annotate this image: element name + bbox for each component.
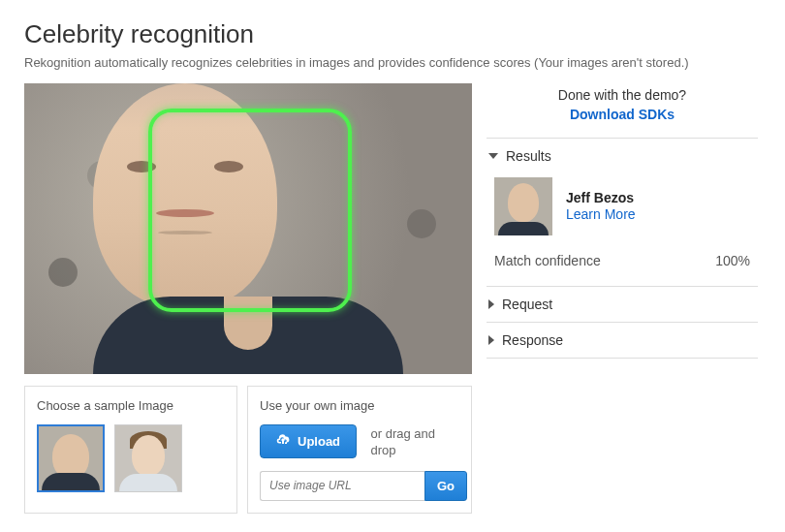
chevron-down-icon xyxy=(488,153,498,159)
main-image xyxy=(24,83,472,374)
celebrity-name: Jeff Bezos xyxy=(566,190,636,205)
learn-more-link[interactable]: Learn More xyxy=(566,206,636,222)
upload-button[interactable]: Upload xyxy=(260,424,357,458)
request-toggle[interactable]: Request xyxy=(488,297,756,312)
go-button[interactable]: Go xyxy=(424,471,467,501)
response-section: Response xyxy=(487,322,758,359)
request-section: Request xyxy=(487,286,758,322)
image-url-input[interactable] xyxy=(260,471,424,501)
results-section: Results Jeff Bezos Learn More Match conf… xyxy=(487,138,758,286)
response-toggle[interactable]: Response xyxy=(488,332,756,348)
results-toggle[interactable]: Results xyxy=(488,148,756,164)
demo-done-text: Done with the demo? xyxy=(487,87,758,103)
chevron-right-icon xyxy=(488,299,494,309)
download-sdks-link[interactable]: Download SDKs xyxy=(487,107,758,122)
upload-button-label: Upload xyxy=(298,434,340,449)
own-image-label: Use your own image xyxy=(260,398,459,413)
sample-thumb-1[interactable] xyxy=(37,424,105,492)
confidence-value: 100% xyxy=(715,253,750,268)
confidence-label: Match confidence xyxy=(494,253,601,268)
drag-drop-hint: or drag and drop xyxy=(371,426,458,459)
sample-image-panel: Choose a sample Image xyxy=(24,386,237,514)
page-subtitle: Rekognition automatically recognizes cel… xyxy=(24,55,761,70)
request-label: Request xyxy=(502,297,552,312)
results-label: Results xyxy=(506,148,551,164)
sample-panel-label: Choose a sample Image xyxy=(37,398,225,413)
upload-icon xyxy=(276,433,290,450)
own-image-panel: Use your own image Upload or drag and dr… xyxy=(247,386,472,514)
response-label: Response xyxy=(502,332,563,348)
chevron-right-icon xyxy=(488,335,494,345)
result-thumbnail xyxy=(494,177,552,235)
sample-thumb-2[interactable] xyxy=(114,424,182,492)
page-title: Celebrity recognition xyxy=(24,19,761,49)
